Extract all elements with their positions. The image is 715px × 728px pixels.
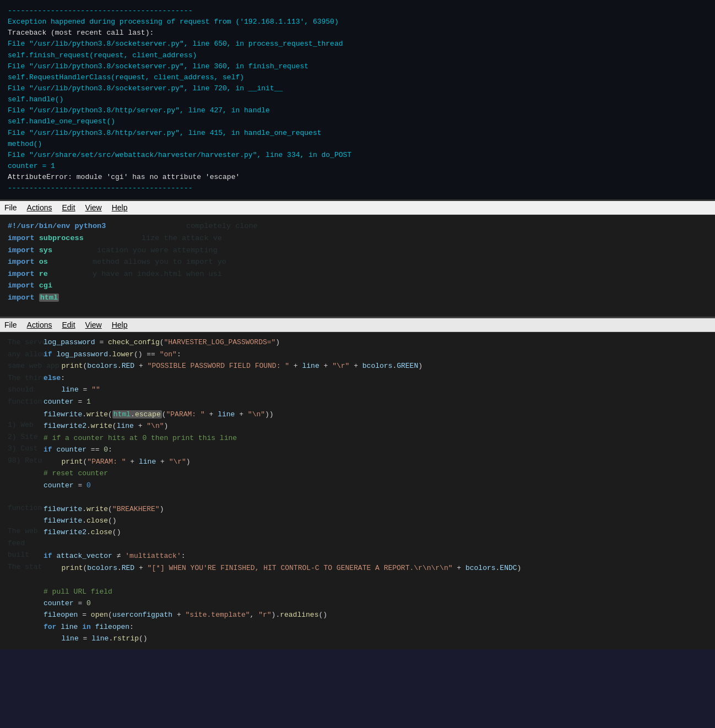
menu-edit-2[interactable]: Edit [62, 203, 75, 212]
code-line-if-attack-vector: if attack_vector ≠ 'multiattack': [44, 550, 707, 562]
code-line-else: else: [44, 372, 707, 384]
error-line-15: AttributeError: module 'cgi' has no attr… [8, 172, 707, 183]
code-line-fileopen: fileopen = open(userconfigpath + "site.t… [44, 609, 707, 621]
code-editor-imports[interactable]: completely clone lize the attack ve icat… [0, 215, 715, 317]
error-line-2: Traceback (most recent call last): [8, 28, 707, 39]
code-line-comment-reset-counter: # reset counter [44, 468, 707, 479]
error-line-13: File "/usr/share/set/src/webattack/harve… [8, 150, 707, 161]
menu-actions-3[interactable]: Actions [27, 320, 52, 329]
code-line-filewrite2-close: filewrite2.close() [44, 526, 707, 538]
code-line-if-counter: if counter == 0: [44, 444, 707, 455]
code-line-print-param: print("PARAM: " + line + "\r") [62, 456, 708, 468]
error-line-11: File "/usr/lib/python3.8/http/server.py"… [8, 128, 707, 139]
error-line-7: File "/usr/lib/python3.8/socketserver.py… [8, 83, 707, 94]
code-editor-main[interactable]: The serverany allowsame web appThe third… [0, 332, 715, 649]
menu-help-3[interactable]: Help [112, 320, 128, 329]
code-line-counter-0-2: counter = 0 [44, 597, 707, 609]
error-line-6: self.RequestHandlerClass(request, client… [8, 72, 707, 83]
dashes-bottom: ----------------------------------------… [8, 183, 707, 194]
code-line-shebang: #!/usr/bin/env python3 [8, 220, 707, 232]
error-line-8: self.handle() [8, 94, 707, 105]
code-line-comment-pull-url: # pull URL field [44, 586, 707, 597]
code-line-breakhere: filewrite.write("BREAKHERE") [44, 503, 707, 515]
code-line-print-finished: print(bcolors.RED + "[*] WHEN YOU'RE FIN… [62, 562, 708, 574]
error-line-10: self.handle_one_request() [8, 116, 707, 127]
menu-file-3[interactable]: File [4, 320, 17, 329]
menu-bar-2: File Actions Edit View Help [0, 201, 715, 215]
code-line-if-log: if log_password.lower() == "on": [44, 349, 707, 360]
menu-view-3[interactable]: View [85, 320, 102, 329]
code-line-comment-counter-hits: # if a counter hits at 0 then print this… [44, 432, 707, 444]
code-line-filewrite-escape: filewrite.write(html.escape("PARAM: " + … [44, 409, 707, 420]
code-line-import-os: import os [8, 256, 707, 268]
code-line-import-html: import html [8, 292, 707, 304]
code-line-import-re: import re [8, 268, 707, 280]
menu-file-2[interactable]: File [4, 203, 17, 212]
code-line-print-password-found: print(bcolors.RED + "POSSIBLE PASSWORD F… [62, 360, 708, 372]
code-line-import-sys: import sys [8, 245, 707, 257]
code-line-for-line: for line in fileopen: [44, 621, 707, 633]
code-line-import-cgi: import cgi [8, 280, 707, 292]
menu-view-2[interactable]: View [85, 203, 102, 212]
code-line-import-subprocess: import subprocess [8, 232, 707, 245]
error-line-5: File "/usr/lib/python3.8/socketserver.py… [8, 61, 707, 72]
error-line-4: self.finish_request(request, client_addr… [8, 50, 707, 61]
error-terminal: ----------------------------------------… [0, 0, 715, 201]
code-line-rstrip: line = line.rstrip() [62, 633, 708, 644]
menu-help-2[interactable]: Help [112, 203, 128, 212]
menu-actions-2[interactable]: Actions [27, 203, 52, 212]
code-line-counter-1: counter = 1 [44, 396, 707, 408]
error-line-12: method() [8, 139, 707, 150]
code-line-line-empty: line = "" [62, 384, 708, 395]
error-line-1: Exception happened during processing of … [8, 17, 707, 28]
editor-panel-main: File Actions Edit View Help The serveran… [0, 318, 715, 649]
editor-panel-imports: File Actions Edit View Help completely c… [0, 201, 715, 318]
dashes-top: ----------------------------------------… [8, 6, 707, 17]
code-line-filewrite-close: filewrite.close() [44, 515, 707, 526]
code-line-counter-0: counter = 0 [44, 480, 707, 491]
code-line-log-password: log_password = check_config("HARVESTER_L… [44, 336, 707, 348]
error-line-9: File "/usr/lib/python3.8/http/server.py"… [8, 105, 707, 116]
code-line-filewrite2: filewrite2.write(line + "\n") [44, 420, 707, 432]
menu-bar-3: File Actions Edit View Help [0, 318, 715, 332]
menu-edit-3[interactable]: Edit [62, 320, 75, 329]
error-line-3: File "/usr/lib/python3.8/socketserver.py… [8, 39, 707, 50]
error-line-14: counter = 1 [8, 161, 707, 172]
